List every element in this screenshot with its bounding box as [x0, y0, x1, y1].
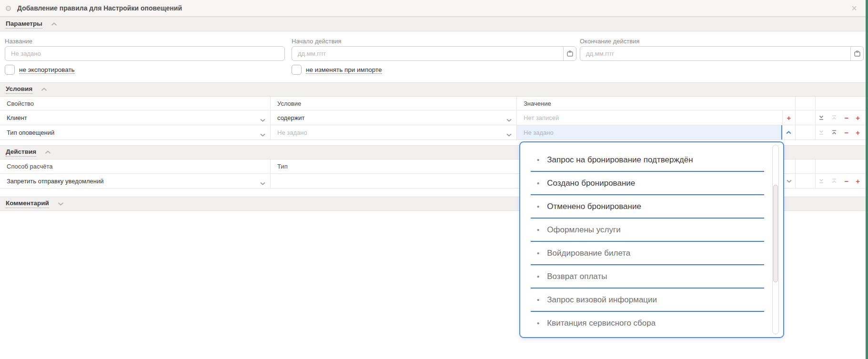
spacer-cell	[796, 125, 816, 140]
move-down-icon	[818, 130, 824, 135]
dropdown-scrollbar-track[interactable]	[772, 145, 779, 334]
background-edge-strip	[866, 0, 868, 359]
bullet-icon: •	[537, 202, 539, 210]
close-dropdown-button[interactable]	[782, 125, 795, 140]
move-row-up-button[interactable]	[831, 130, 837, 135]
dropdown-option-label: Запрос на бронирование подтверждён	[547, 155, 693, 165]
calendar-icon	[567, 50, 573, 57]
value-placeholder: Не задано	[524, 129, 554, 136]
section-header-parameters[interactable]: Параметры	[0, 17, 866, 31]
chevron-down-icon	[260, 116, 265, 123]
bullet-icon: •	[537, 249, 539, 257]
bullet-icon: •	[537, 296, 539, 304]
row-actions: − +	[816, 125, 866, 140]
column-header-row-actions	[816, 97, 866, 110]
add-row-button[interactable]: +	[856, 129, 860, 136]
chevron-up-icon	[786, 131, 791, 134]
remove-row-button[interactable]: −	[844, 114, 848, 121]
chevron-down-icon	[260, 180, 265, 187]
name-input[interactable]: Не задано	[5, 46, 285, 61]
add-row-button[interactable]: +	[856, 114, 860, 121]
value-placeholder: Нет записей	[524, 114, 559, 121]
plus-icon: +	[787, 114, 791, 121]
section-title-actions: Действия	[6, 148, 36, 157]
close-icon[interactable]: ×	[851, 2, 857, 14]
dropdown-option[interactable]: • Возврат оплаты	[520, 265, 783, 288]
remove-row-button[interactable]: −	[844, 178, 848, 185]
row-actions: − +	[816, 110, 866, 125]
start-date-label: Начало действия	[292, 38, 342, 45]
condition-row: Клиент содержит Нет записей +	[0, 110, 866, 125]
chevron-up-icon	[41, 88, 47, 91]
dropdown-option[interactable]: • Оформлены услуги	[520, 219, 783, 241]
chevron-up-icon	[51, 22, 57, 26]
condition-value: содержит	[277, 114, 305, 121]
dropdown-option-label: Отменено бронирование	[547, 202, 641, 211]
bullet-icon: •	[537, 156, 539, 164]
move-up-icon	[831, 115, 837, 120]
section-title-comment: Комментарий	[6, 199, 49, 208]
start-date-input[interactable]: дд.мм.гггг	[292, 46, 576, 61]
dropdown-option[interactable]: • Запрос визовой информации	[520, 289, 783, 311]
dropdown-option-label: Создано бронирование	[547, 179, 635, 188]
end-date-calendar-button[interactable]	[850, 47, 863, 60]
dropdown-option[interactable]: • Квитанция сервисного сбора	[520, 312, 783, 334]
dropdown-option-label: Оформлены услуги	[547, 225, 620, 235]
dropdown-option[interactable]: • Запрос на бронирование подтверждён	[520, 149, 783, 171]
property-value: Клиент	[7, 114, 27, 121]
no-export-checkbox-label[interactable]: не экспортировать	[19, 66, 75, 74]
dropdown-option-label: Квитанция сервисного сбора	[547, 319, 656, 328]
chevron-down-icon	[787, 180, 792, 183]
no-export-checkbox[interactable]	[5, 65, 15, 75]
move-row-down-button[interactable]	[818, 130, 824, 135]
end-date-placeholder: дд.мм.гггг	[580, 50, 850, 57]
method-select[interactable]: Запретить отправку уведомлений	[0, 174, 271, 188]
spacer-cell	[796, 174, 816, 188]
record-status-icon	[6, 6, 11, 11]
bullet-icon: •	[537, 319, 539, 327]
value-input[interactable]: Нет записей	[517, 110, 782, 125]
property-select[interactable]: Клиент	[0, 110, 271, 125]
end-date-label: Окончание действия	[580, 38, 639, 45]
dropdown-option[interactable]: • Отменено бронирование	[520, 195, 783, 218]
value-cell: Нет записей +	[517, 110, 796, 125]
open-type-dropdown-button[interactable]	[782, 174, 795, 188]
column-header-condition: Условие	[271, 97, 517, 110]
property-select[interactable]: Тип оповещений	[0, 125, 271, 140]
method-value: Запретить отправку уведомлений	[7, 178, 103, 185]
move-row-up-button[interactable]	[831, 178, 837, 184]
remove-row-button[interactable]: −	[844, 129, 848, 136]
end-date-input[interactable]: дд.мм.гггг	[580, 46, 864, 61]
start-date-calendar-button[interactable]	[563, 47, 576, 60]
dropdown-scrollbar-thumb[interactable]	[773, 185, 778, 282]
calendar-icon	[854, 50, 860, 57]
move-down-icon	[818, 178, 824, 184]
chevron-down-icon	[58, 202, 64, 206]
condition-select[interactable]: Не задано	[271, 125, 517, 140]
no-import-change-checkbox-label[interactable]: не изменять при импорте	[306, 66, 382, 74]
bullet-icon: •	[537, 226, 539, 234]
value-input-focused[interactable]: Не задано	[517, 125, 782, 140]
dropdown-option[interactable]: • Создано бронирование	[520, 172, 783, 194]
section-header-conditions[interactable]: Условия	[0, 82, 866, 97]
name-input-placeholder: Не задано	[5, 50, 284, 57]
move-row-down-button[interactable]	[818, 115, 824, 120]
section-title-parameters: Параметры	[6, 20, 42, 29]
dialog-title: Добавление правила для Настройки оповеще…	[17, 4, 182, 12]
bullet-icon: •	[537, 272, 539, 280]
add-value-button[interactable]: +	[782, 110, 795, 125]
chevron-down-icon	[506, 116, 512, 123]
column-header-value: Значение	[517, 97, 796, 110]
no-import-change-checkbox[interactable]	[292, 65, 302, 75]
condition-select[interactable]: содержит	[271, 110, 517, 125]
move-down-icon	[818, 115, 824, 120]
condition-placeholder: Не задано	[277, 129, 307, 136]
dropdown-option[interactable]: • Войдирование билета	[520, 242, 783, 264]
move-row-up-button[interactable]	[831, 115, 837, 120]
chevron-up-icon	[45, 150, 51, 154]
move-up-icon	[831, 130, 837, 135]
conditions-table-header: Свойство Условие Значение	[0, 97, 866, 110]
move-row-down-button[interactable]	[818, 178, 824, 184]
add-row-button[interactable]: +	[856, 178, 860, 185]
bullet-icon: •	[537, 179, 539, 187]
